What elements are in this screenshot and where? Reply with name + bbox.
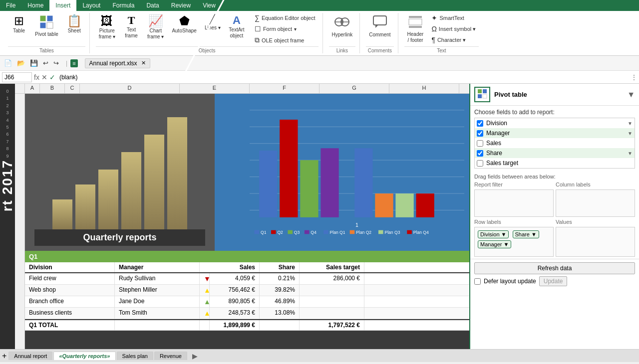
smarttext-button[interactable]: ✦ SmartText xyxy=(428,13,479,23)
text-frame-button[interactable]: T Textframe xyxy=(120,13,142,41)
field-item-sales: Sales xyxy=(475,138,635,148)
sheet-button[interactable]: 📋 Sheet xyxy=(63,13,85,36)
insert-symbol-button[interactable]: Ω Insert symbol ▾ xyxy=(428,24,479,34)
table-row-field-crew: Field crew Rudy Sullivan ▼ 4,059 € 0.21%… xyxy=(25,273,469,285)
tab-data[interactable]: Data xyxy=(140,0,165,11)
close-file-icon[interactable]: ✕ xyxy=(141,60,146,66)
character-label: Character ▾ xyxy=(437,37,466,43)
equation-editor-button[interactable]: ∑ Equation Editor object xyxy=(252,13,319,23)
tab-insert[interactable]: Insert xyxy=(49,0,76,11)
new-btn[interactable]: 📄 xyxy=(2,58,14,68)
field-dropdown-share[interactable]: ▼ xyxy=(628,151,633,156)
text-small-items: ✦ SmartText Ω Insert symbol ▾ ¶ Characte… xyxy=(428,13,479,45)
comment-button[interactable]: Comment xyxy=(366,13,393,40)
undo-btn[interactable]: ↩ xyxy=(41,58,50,68)
col-h[interactable]: H xyxy=(389,84,459,93)
pivot-scroll-down-icon[interactable]: ▼ xyxy=(627,90,635,99)
header-footer-button[interactable]: Header/ footer xyxy=(404,13,427,45)
picture-frame-button[interactable]: 🖼 Pictureframe ▾ xyxy=(96,13,118,42)
pivot-header-left: Pivot table xyxy=(474,87,527,102)
column-labels-box[interactable] xyxy=(556,189,635,217)
sheet-tab-quarterly-reports[interactable]: «Quarterly reports» xyxy=(53,352,115,360)
pivot-icon xyxy=(39,15,53,30)
pivot-table-icon[interactable] xyxy=(474,87,490,102)
chart-frame-icon: 📈 xyxy=(148,15,163,27)
arrow-q1-total xyxy=(200,320,210,330)
formula-expand-icon[interactable]: ⋮ xyxy=(631,74,637,81)
redo-btn[interactable]: ↪ xyxy=(51,58,61,68)
field-dropdown-manager[interactable]: ▼ xyxy=(628,131,633,136)
ole-object-button[interactable]: ⧉ OLE object frame xyxy=(252,35,319,45)
field-check-share[interactable] xyxy=(477,150,483,157)
character-button[interactable]: ¶ Character ▾ xyxy=(428,35,479,45)
column-labels-label: Column labels xyxy=(556,182,635,187)
tab-home[interactable]: Home xyxy=(21,0,49,11)
svg-text:Plan Q1: Plan Q1 xyxy=(330,230,345,235)
row-tag-share[interactable]: Share ▼ xyxy=(513,230,539,238)
form-object-button[interactable]: ☐ Form object ▾ xyxy=(252,24,319,34)
sheet-scroll-right-icon[interactable]: ▶ xyxy=(192,352,198,360)
insert-symbol-label: Insert symbol ▾ xyxy=(439,26,476,32)
sheet-indicator: ≡ xyxy=(70,59,77,67)
col-target-header: Sales target xyxy=(300,262,364,272)
sheet-tab-sales-plan[interactable]: Sales plan xyxy=(117,352,153,360)
links-group-label: Links xyxy=(329,46,356,53)
report-filter-box[interactable] xyxy=(474,189,554,217)
pivot-table-button[interactable]: Pivot table xyxy=(32,13,61,39)
hyperlink-button[interactable]: Hyperlink xyxy=(329,13,356,40)
row-labels-box[interactable]: Division ▼ Share ▼ Manager ▼ xyxy=(474,227,554,257)
cell-reference-input[interactable] xyxy=(2,72,32,82)
svg-rect-32 xyxy=(300,160,318,217)
sheet-tab-annual-report[interactable]: Annual report xyxy=(8,352,52,360)
formula-cancel-icon[interactable]: ✕ xyxy=(41,73,47,81)
open-btn[interactable]: 📂 xyxy=(15,58,27,68)
table-button[interactable]: ⊞ Table xyxy=(8,13,30,36)
svg-rect-34 xyxy=(354,148,372,217)
update-button[interactable]: Update xyxy=(539,276,568,286)
add-sheet-icon[interactable]: + xyxy=(2,352,6,361)
field-check-sales[interactable] xyxy=(477,140,483,147)
col-c[interactable]: C xyxy=(65,84,80,93)
field-check-manager[interactable] xyxy=(477,130,483,137)
file-tab[interactable]: Annual report.xlsx ✕ xyxy=(85,58,150,68)
smarttext-icon: ✦ xyxy=(431,14,437,22)
svg-rect-30 xyxy=(259,151,277,217)
field-item-manager: Manager ▼ xyxy=(475,128,635,138)
values-box[interactable] xyxy=(556,227,635,257)
col-f[interactable]: F xyxy=(250,84,320,93)
row-tag-division[interactable]: Division ▼ xyxy=(478,230,509,238)
save-btn[interactable]: 💾 xyxy=(28,58,40,68)
left-sidebar: 0123456789 rt 2017 xyxy=(0,84,15,349)
text-frame-icon: T xyxy=(128,15,135,26)
pivot-table-label: Pivot table xyxy=(35,31,58,37)
field-check-sales-target[interactable] xyxy=(477,160,483,167)
tab-layout[interactable]: Layout xyxy=(76,0,106,11)
col-g[interactable]: G xyxy=(320,84,389,93)
target-web-shop xyxy=(300,285,364,296)
field-check-division[interactable] xyxy=(477,120,483,127)
svg-rect-47 xyxy=(323,230,328,234)
formula-confirm-icon[interactable]: ✓ xyxy=(49,73,55,81)
sheet-tab-revenue[interactable]: Revenue xyxy=(154,352,187,360)
defer-checkbox[interactable] xyxy=(474,278,481,285)
tab-formula[interactable]: Formula xyxy=(106,0,140,11)
share-business-clients: 13.08% xyxy=(260,308,300,319)
sheet-icon: 📋 xyxy=(67,15,82,27)
hyperlink-label: Hyperlink xyxy=(332,32,353,38)
ribbon-group-links: Hyperlink Links xyxy=(325,13,360,53)
chart-frame-button[interactable]: 📈 Chartframe ▾ xyxy=(144,13,167,42)
hyperlink-icon xyxy=(334,15,350,31)
share-web-shop: 39.82% xyxy=(260,285,300,296)
form-label: Form object xyxy=(263,26,292,32)
q1-header: Q1 xyxy=(25,251,469,262)
defer-label: Defer layout update xyxy=(484,278,536,285)
field-dropdown-division[interactable]: ▼ xyxy=(628,121,633,126)
svg-rect-12 xyxy=(409,26,422,28)
tab-file[interactable]: File xyxy=(0,0,21,11)
row-tag-manager[interactable]: Manager ▼ xyxy=(478,240,511,248)
svg-text:Q1: Q1 xyxy=(261,230,267,235)
bar1 xyxy=(52,199,72,229)
col-b[interactable]: B xyxy=(40,84,65,93)
col-a[interactable]: A xyxy=(25,84,40,93)
refresh-data-button[interactable]: Refresh data xyxy=(474,262,635,274)
